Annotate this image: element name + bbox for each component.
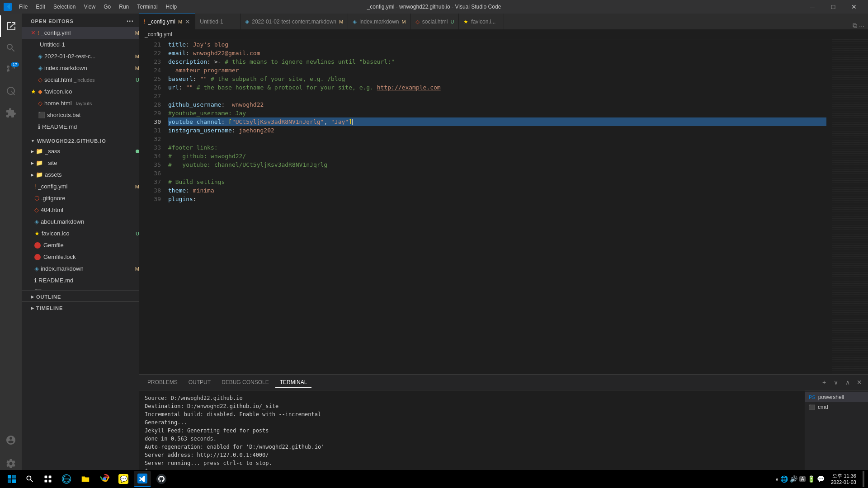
sidebar: OPEN EDITORS ··· ✕ ! _config.yml M Untit… (22, 14, 139, 478)
panel-close-icon[interactable]: ✕ (854, 377, 864, 387)
panel: PROBLEMS OUTPUT DEBUG CONSOLE TERMINAL +… (139, 374, 868, 478)
menu-go[interactable]: Go (100, 3, 114, 11)
start-button[interactable] (4, 471, 20, 487)
panel-arrow-up-icon[interactable]: ∧ (843, 377, 853, 387)
panel-tab-problems[interactable]: PROBLEMS (143, 377, 182, 387)
open-editors-more[interactable]: ··· (127, 17, 134, 25)
menu-terminal[interactable]: Terminal (133, 3, 161, 11)
activity-source-control[interactable]: 17 (0, 59, 22, 80)
folder-icon: 📁 (36, 146, 43, 156)
repo-gemfile-lock[interactable]: Gemfile.lock (22, 251, 139, 263)
show-desktop-button[interactable] (863, 471, 864, 487)
open-editor-home-html[interactable]: ◇ home.html _layouts (22, 98, 139, 109)
menu-view[interactable]: View (80, 3, 99, 11)
kakao-button[interactable]: 💬 (115, 471, 132, 487)
editor-area: ! _config.yml M ✕ Untitled-1 ◈ 2022-01-0… (139, 14, 868, 478)
timeline-header[interactable]: ▶ TIMELINE (22, 302, 139, 313)
maximize-button[interactable]: □ (823, 0, 844, 14)
panel-tab-terminal[interactable]: TERMINAL (275, 377, 312, 388)
tray-keyboard-icon[interactable]: A (799, 476, 805, 482)
folder-icon3: 📁 (36, 170, 43, 180)
search-button[interactable] (22, 471, 38, 487)
activity-debug[interactable] (0, 80, 22, 102)
close-icon[interactable]: ✕ (31, 28, 36, 38)
menu-run[interactable]: Run (115, 3, 132, 11)
tab-test-content[interactable]: ◈ 2022-01-02-test-content.markdown M (241, 14, 348, 29)
repo-gemfile[interactable]: Gemfile (22, 239, 139, 251)
code-area[interactable]: 21 title: Jay's blog 22 email: wnwoghd22… (139, 39, 868, 374)
github-button[interactable] (153, 471, 170, 487)
vscode-taskbar-button[interactable] (134, 471, 151, 487)
terminal-line-2: Destination: D:/wnwoghd22.github.io/_sit… (145, 402, 799, 410)
ie-button[interactable] (58, 471, 75, 487)
activity-search[interactable] (0, 37, 22, 59)
tab-social-html[interactable]: ◇ social.html U (411, 14, 459, 29)
open-editor-test-content[interactable]: ◈ 2022-01-02-test-c... M (22, 51, 139, 62)
open-editor-readme[interactable]: ℹ README.md (22, 121, 139, 133)
tab-config-close[interactable]: ✕ (185, 18, 190, 25)
chrome-button[interactable] (96, 471, 113, 487)
repo-site-folder[interactable]: ▶ 📁 _site (22, 157, 139, 169)
repo-sass-folder[interactable]: ▶ 📁 _sass (22, 145, 139, 157)
activity-profile[interactable] (0, 429, 22, 451)
repo-404[interactable]: ◇ 404.html (22, 204, 139, 216)
task-view-button[interactable] (40, 471, 56, 487)
tray-up-arrow[interactable]: ∧ (775, 477, 778, 482)
open-editor-config[interactable]: ✕ ! _config.yml M (22, 27, 139, 39)
open-editor-index-md[interactable]: ◈ index.markdown M (22, 62, 139, 74)
repo-assets-folder[interactable]: ▶ 📁 assets (22, 169, 139, 181)
activity-extensions[interactable] (0, 102, 22, 124)
repo-favicon[interactable]: ★ favicon.ico U (22, 228, 139, 239)
outline-header[interactable]: ▶ OUTLINE (22, 291, 139, 301)
breadcrumb: _config.yml (139, 29, 868, 39)
main-layout: 17 OPEN EDITORS ··· ✕ ! _co (0, 14, 868, 478)
ico-icon: ◆ (38, 87, 42, 97)
explorer-button[interactable] (77, 471, 94, 487)
ps-icon: PS (809, 394, 816, 400)
chevron-right-icon: ▶ (31, 146, 34, 156)
terminal-powershell[interactable]: PS powershell (805, 392, 868, 402)
repo-index-md[interactable]: ◈ index.markdown M (22, 263, 139, 275)
code-line-23: 23 description: >- # this means to ignor… (145, 57, 832, 66)
tab-star-icon: ★ (463, 19, 468, 25)
systray: ∧ 🌐 🔊 A 🔋 💬 오후 11:36 2022-01-03 (775, 471, 864, 487)
menu-file[interactable]: File (15, 3, 31, 11)
system-clock[interactable]: 오후 11:36 2022-01-03 (828, 473, 859, 485)
tray-notification-icon[interactable]: 💬 (817, 475, 825, 483)
tray-network-icon[interactable]: 🌐 (780, 475, 788, 483)
tray-volume-icon[interactable]: 🔊 (790, 475, 797, 483)
panel-tab-output[interactable]: OUTPUT (184, 377, 215, 387)
panel-tab-debug[interactable]: DEBUG CONSOLE (217, 377, 274, 387)
minimize-button[interactable]: ─ (802, 0, 823, 14)
repo-about[interactable]: ◈ about.markdown (22, 216, 139, 228)
repo-gitignore[interactable]: ⬡ .gitignore (22, 192, 139, 204)
code-line-29: 29 #youtube_username: Jay (145, 109, 832, 117)
code-editor[interactable]: 21 title: Jay's blog 22 email: wnwoghd22… (139, 39, 832, 374)
menu-help[interactable]: Help (162, 3, 181, 11)
open-editor-untitled[interactable]: Untitled-1 (22, 39, 139, 51)
open-editor-social-html[interactable]: ◇ social.html _includes U (22, 74, 139, 86)
tab-config[interactable]: ! _config.yml M ✕ (139, 14, 195, 29)
tab-index-md[interactable]: ◈ index.markdown M (348, 14, 411, 29)
menu-selection[interactable]: Selection (50, 3, 79, 11)
activity-explorer[interactable] (0, 15, 22, 37)
repo-shortcuts[interactable]: ⬛ shortcuts.bat (22, 286, 139, 290)
close-button[interactable]: ✕ (844, 0, 864, 14)
split-editor-icon[interactable]: ⧉ (853, 22, 857, 29)
new-terminal-icon[interactable]: + (819, 377, 829, 387)
tab-untitled[interactable]: Untitled-1 (195, 14, 241, 29)
svg-rect-4 (12, 479, 16, 483)
menu-edit[interactable]: Edit (32, 3, 49, 11)
open-editor-shortcuts[interactable]: ⬛ shortcuts.bat (22, 109, 139, 121)
repo-readme[interactable]: ℹ README.md (22, 275, 139, 286)
terminal-output[interactable]: Source: D:/wnwoghd22.github.io Destinati… (139, 390, 805, 478)
tab-social-modified: U (450, 19, 454, 24)
terminal-cmd[interactable]: ⬛ cmd (805, 402, 868, 412)
panel-arrow-down-icon[interactable]: ∨ (831, 377, 841, 387)
more-actions-icon[interactable]: ··· (859, 22, 864, 29)
tab-favicon[interactable]: ★ favicon.i... (459, 14, 504, 29)
code-line-33: 33 #footer-links: (145, 143, 832, 152)
open-editor-favicon[interactable]: ★ ◆ favicon.ico (22, 86, 139, 98)
chevron-right-icon5: ▶ (31, 306, 34, 310)
repo-config-yml[interactable]: ! _config.yml M (22, 181, 139, 192)
